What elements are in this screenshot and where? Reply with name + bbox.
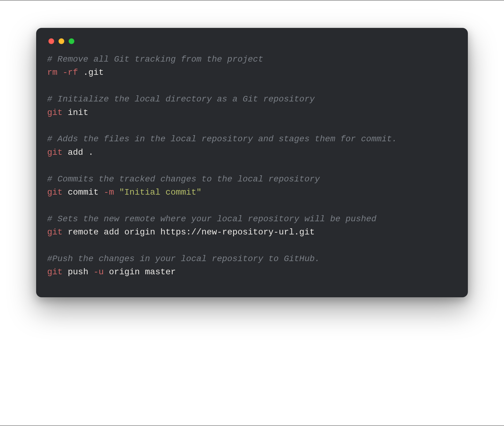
blank-line: [47, 159, 457, 172]
command-line: git remote add origin https://new-reposi…: [47, 226, 457, 239]
close-icon[interactable]: [48, 38, 54, 44]
comment-line: # Remove all Git tracking from the proje…: [47, 53, 457, 66]
token-plain: [114, 188, 119, 197]
token-plain: .git: [78, 68, 104, 77]
blank-line: [47, 239, 457, 252]
terminal-window: # Remove all Git tracking from the proje…: [36, 28, 468, 297]
token-cmd: git: [47, 188, 62, 197]
comment-line: # Adds the files in the local repository…: [47, 132, 457, 146]
blank-line: [47, 79, 457, 93]
comment-line: #Push the changes in your local reposito…: [47, 252, 457, 265]
token-plain: origin master: [104, 267, 176, 277]
minimize-icon[interactable]: [58, 38, 64, 44]
maximize-icon[interactable]: [69, 38, 74, 44]
command-line: git add .: [47, 146, 457, 159]
code-block[interactable]: # Remove all Git tracking from the proje…: [47, 53, 457, 279]
blank-line: [47, 119, 457, 132]
comment-text: #Push the changes in your local reposito…: [47, 254, 320, 264]
token-cmd: git: [47, 227, 62, 237]
token-flag: -m: [104, 188, 114, 197]
blank-line: [47, 199, 457, 212]
token-plain: init: [62, 108, 88, 117]
comment-line: # Sets the new remote where your local r…: [47, 212, 457, 226]
command-line: git commit -m "Initial commit": [47, 186, 457, 199]
token-flag: -rf: [62, 68, 78, 77]
comment-text: # Commits the tracked changes to the loc…: [47, 174, 320, 184]
token-cmd: git: [47, 267, 62, 277]
comment-text: # Remove all Git tracking from the proje…: [47, 55, 263, 64]
comment-text: # Sets the new remote where your local r…: [47, 214, 376, 224]
token-plain: push: [62, 267, 93, 277]
token-plain: add .: [62, 148, 93, 157]
command-line: git init: [47, 106, 457, 119]
token-plain: remote add origin https://new-repository…: [62, 227, 314, 237]
token-cmd: git: [47, 108, 62, 117]
window-titlebar: [47, 37, 457, 53]
comment-text: # Initialize the local directory as a Gi…: [47, 94, 315, 104]
token-cmd: git: [47, 148, 62, 157]
comment-text: # Adds the files in the local repository…: [47, 134, 397, 144]
token-plain: [58, 68, 63, 77]
token-flag: -u: [93, 267, 104, 277]
token-plain: commit: [62, 188, 103, 197]
comment-line: # Initialize the local directory as a Gi…: [47, 93, 457, 106]
token-str: "Initial commit": [119, 188, 201, 197]
token-cmd: rm: [47, 68, 58, 77]
command-line: git push -u origin master: [47, 265, 457, 279]
page-canvas: # Remove all Git tracking from the proje…: [0, 0, 504, 426]
command-line: rm -rf .git: [47, 66, 457, 79]
comment-line: # Commits the tracked changes to the loc…: [47, 173, 457, 186]
